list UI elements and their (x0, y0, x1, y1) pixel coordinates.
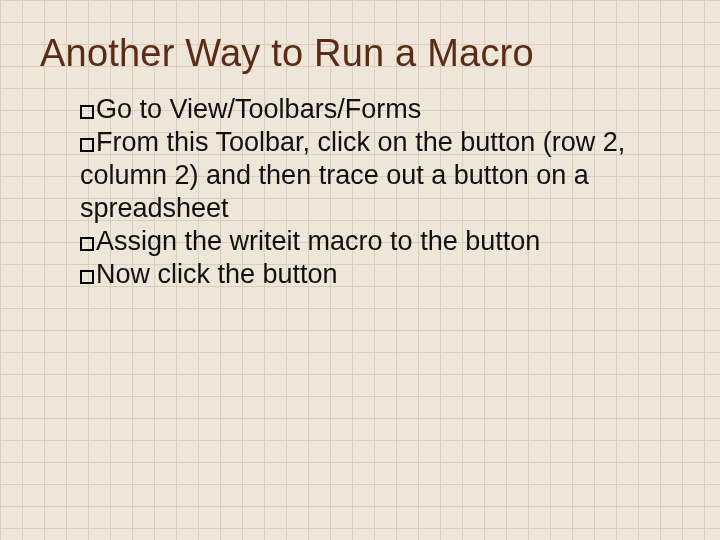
square-bullet-icon (80, 237, 94, 251)
bullet-rest: this Toolbar, click on the button (row 2… (80, 127, 625, 223)
list-item: Go to View/Toolbars/Forms (80, 93, 670, 126)
bullet-rest: click the button (150, 259, 338, 289)
bullet-rest: to View/Toolbars/Forms (132, 94, 421, 124)
bullet-lead: Assign (96, 226, 177, 256)
square-bullet-icon (80, 138, 94, 152)
bullet-lead: Now (96, 259, 150, 289)
bullet-rest: the writeit macro to the button (177, 226, 540, 256)
slide-title: Another Way to Run a Macro (40, 32, 684, 75)
square-bullet-icon (80, 270, 94, 284)
list-item: Assign the writeit macro to the button (80, 225, 670, 258)
square-bullet-icon (80, 105, 94, 119)
slide: Another Way to Run a Macro Go to View/To… (0, 0, 720, 540)
bullet-lead: Go (96, 94, 132, 124)
bullet-lead: From (96, 127, 159, 157)
slide-body: Go to View/Toolbars/Forms From this Tool… (80, 93, 670, 291)
list-item: From this Toolbar, click on the button (… (80, 126, 670, 225)
list-item: Now click the button (80, 258, 670, 291)
